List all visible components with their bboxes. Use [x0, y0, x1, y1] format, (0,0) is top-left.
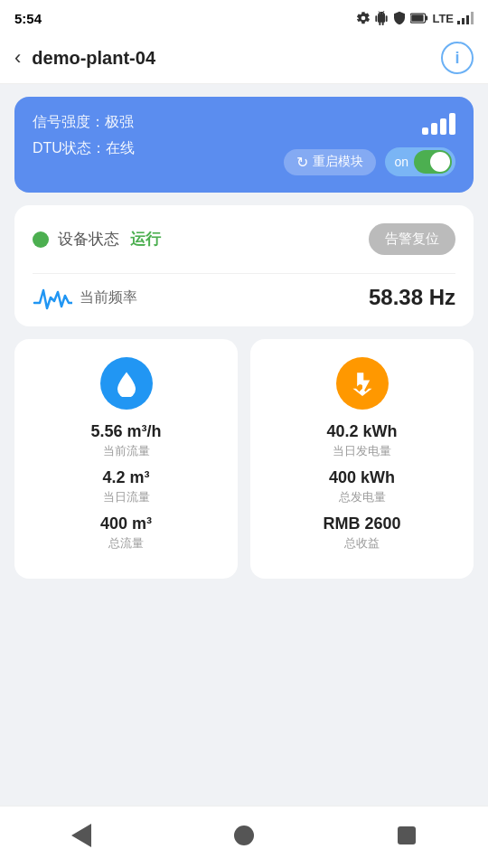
dtu-status-label: DTU状态：在线 [33, 139, 135, 158]
daily-power-value: 40.2 kWh [265, 422, 459, 441]
shield-icon [392, 11, 407, 25]
total-flow-label: 总流量 [29, 535, 223, 552]
back-triangle-icon [71, 824, 91, 847]
total-flow-value: 400 m³ [29, 514, 223, 533]
metrics-grid: 5.56 m³/h 当前流量 4.2 m³ 当日流量 400 m³ 总流量 [14, 339, 474, 579]
toggle-label: on [394, 155, 408, 169]
daily-power-row: 40.2 kWh 当日发电量 [265, 422, 459, 459]
daily-flow-value: 4.2 m³ [29, 468, 223, 487]
svg-rect-6 [471, 12, 474, 24]
restart-icon: ↻ [296, 154, 308, 171]
current-flow-label: 当前流量 [29, 443, 223, 459]
frequency-icon [33, 283, 72, 312]
water-drop-icon [113, 370, 140, 397]
total-revenue-value: RMB 2600 [265, 514, 459, 533]
signal-strength-label: 信号强度：极强 [33, 113, 135, 132]
device-status-value: 运行 [130, 229, 161, 250]
total-revenue-row: RMB 2600 总收益 [265, 514, 459, 552]
back-button[interactable]: ‹ [14, 42, 28, 73]
nav-back-button[interactable] [54, 819, 108, 852]
device-status-left: 设备状态 运行 [33, 229, 161, 250]
signal-bars-icon [422, 113, 455, 135]
recent-square-icon [398, 826, 416, 844]
dtu-controls: ↻ 重启模块 on [284, 147, 455, 176]
gear-icon [356, 11, 371, 25]
toggle-container[interactable]: on [385, 147, 455, 176]
total-power-row: 400 kWh 总发电量 [265, 468, 459, 505]
flow-metric-card: 5.56 m³/h 当前流量 4.2 m³ 当日流量 400 m³ 总流量 [14, 339, 238, 579]
svg-rect-3 [457, 21, 460, 24]
nav-recent-button[interactable] [380, 819, 434, 852]
total-revenue-label: 总收益 [265, 535, 459, 552]
svg-rect-5 [466, 15, 469, 24]
info-button[interactable]: i [441, 42, 474, 74]
svg-rect-4 [462, 18, 465, 24]
signal-icon [457, 12, 474, 24]
status-icons: LTE [356, 11, 474, 25]
nav-home-button[interactable] [217, 819, 271, 852]
lightning-icon [350, 370, 375, 397]
status-dot-green [33, 231, 49, 248]
status-bar: 5:54 LTE [0, 0, 488, 33]
main-content: 信号强度：极强 DTU状态：在线 ↻ 重启模块 on [0, 84, 488, 667]
daily-power-label: 当日发电量 [265, 443, 459, 459]
current-flow-row: 5.56 m³/h 当前流量 [29, 422, 223, 459]
total-flow-row: 400 m³ 总流量 [29, 514, 223, 552]
home-circle-icon [234, 826, 254, 845]
frequency-row: 当前频率 58.38 Hz [33, 273, 455, 312]
bottom-nav [0, 806, 488, 868]
restart-button[interactable]: ↻ 重启模块 [284, 149, 376, 175]
page-title: demo-plant-04 [32, 48, 441, 69]
alert-reset-button[interactable]: 告警复位 [369, 223, 455, 255]
toggle-thumb [430, 152, 450, 172]
daily-flow-row: 4.2 m³ 当日流量 [29, 468, 223, 505]
total-power-value: 400 kWh [265, 468, 459, 487]
current-flow-value: 5.56 m³/h [29, 422, 223, 441]
svg-rect-2 [426, 16, 428, 21]
frequency-left: 当前频率 [33, 283, 137, 312]
android-icon [374, 11, 389, 25]
flow-icon-circle [100, 357, 153, 410]
signal-card: 信号强度：极强 DTU状态：在线 ↻ 重启模块 on [14, 97, 474, 193]
daily-flow-label: 当日流量 [29, 489, 223, 505]
frequency-label: 当前频率 [80, 288, 137, 307]
total-power-label: 总发电量 [265, 489, 459, 505]
svg-rect-1 [412, 14, 424, 22]
status-time: 5:54 [14, 11, 42, 26]
toggle-switch[interactable] [414, 150, 452, 174]
device-status-text: 设备状态 [58, 229, 119, 250]
frequency-value: 58.38 Hz [369, 285, 455, 310]
device-status-card: 设备状态 运行 告警复位 当前频率 58.38 Hz [14, 205, 474, 326]
device-status-row: 设备状态 运行 告警复位 [33, 223, 455, 255]
battery-icon [410, 12, 428, 24]
power-metric-card: 40.2 kWh 当日发电量 400 kWh 总发电量 RMB 2600 总收益 [250, 339, 474, 579]
lte-label: LTE [432, 12, 454, 25]
power-icon-circle [336, 357, 389, 410]
header: ‹ demo-plant-04 i [0, 33, 488, 84]
